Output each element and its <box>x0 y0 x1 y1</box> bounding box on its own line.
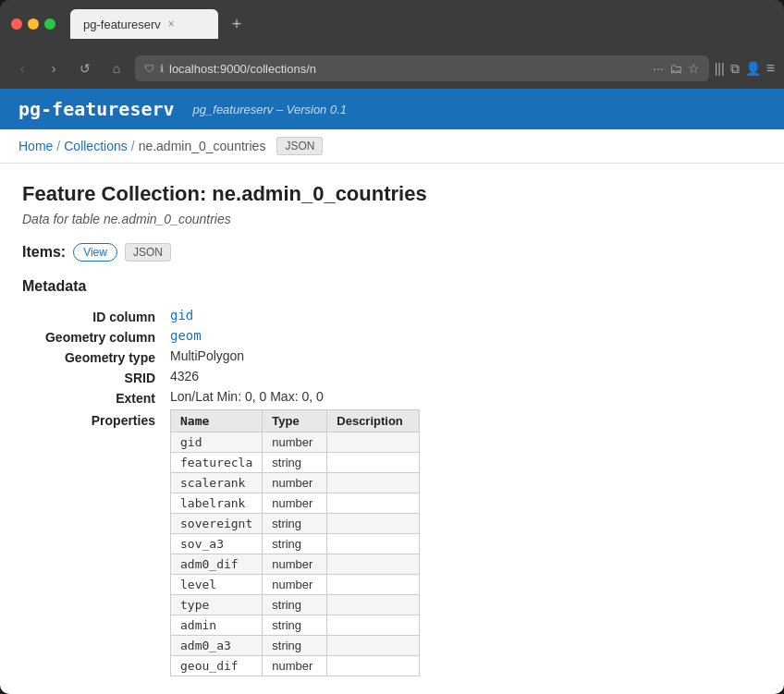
breadcrumb-sep2: / <box>131 139 135 153</box>
home-icon: ⌂ <box>113 61 120 76</box>
back-button[interactable]: ‹ <box>9 55 35 81</box>
forward-icon: › <box>52 61 56 76</box>
close-button[interactable] <box>11 18 22 30</box>
prop-name: sov_a3 <box>171 534 263 554</box>
items-json-badge[interactable]: JSON <box>125 243 171 262</box>
profile-icon[interactable]: 👤 <box>745 61 761 76</box>
page-title: Feature Collection: ne.admin_0_countries <box>22 182 762 206</box>
breadcrumb-sep1: / <box>56 139 60 153</box>
prop-desc <box>327 493 420 514</box>
nav-bar: ‹ › ↺ ⌂ 🛡 ℹ localhost:9000/collections/n… <box>0 48 784 89</box>
forward-button[interactable]: › <box>41 55 67 81</box>
table-header-row: Name Type Description <box>171 410 420 432</box>
prop-desc <box>327 656 420 676</box>
tab-close-icon[interactable]: × <box>168 18 175 30</box>
prop-type: number <box>263 432 327 453</box>
id-column-row: ID column gid <box>22 308 762 324</box>
menu-icon[interactable]: ≡ <box>766 60 775 77</box>
table-row: adm0_a3 string <box>171 636 420 656</box>
prop-type: string <box>263 595 327 615</box>
prop-name: featurecla <box>171 453 263 473</box>
prop-desc <box>327 636 420 656</box>
app-title: pg-featureserv <box>18 98 175 120</box>
breadcrumb: Home / Collections / ne.admin_0_countrie… <box>0 129 784 164</box>
geom-type-row: Geometry type MultiPolygon <box>22 348 762 365</box>
refresh-icon: ↺ <box>80 61 91 76</box>
address-text[interactable]: localhost:9000/collections/n <box>169 62 647 76</box>
prop-type: number <box>263 493 327 514</box>
prop-name: sovereignt <box>171 514 263 534</box>
bookmark-icon[interactable]: ☆ <box>688 61 700 76</box>
prop-type: string <box>263 453 327 473</box>
tab-switcher-icon[interactable]: ⧉ <box>730 61 740 77</box>
app-header: pg-featureserv pg_featureserv – Version … <box>0 89 784 129</box>
extent-row: Extent Lon/Lat Min: 0, 0 Max: 0, 0 <box>22 389 762 406</box>
prop-type: string <box>263 636 327 656</box>
properties-key: Properties <box>22 409 170 676</box>
breadcrumb-current: ne.admin_0_countries <box>139 139 266 153</box>
items-label: Items: <box>22 244 66 261</box>
geom-column-key: Geometry column <box>22 328 170 345</box>
prop-type: number <box>263 554 327 575</box>
minimize-button[interactable] <box>28 18 39 30</box>
refresh-button[interactable]: ↺ <box>72 55 98 81</box>
table-row: sovereignt string <box>171 514 420 534</box>
metadata-title: Metadata <box>22 278 762 295</box>
info-icon: ℹ <box>160 63 164 75</box>
col-header-name: Name <box>171 410 263 432</box>
geom-type-val: MultiPolygon <box>170 348 762 365</box>
home-button[interactable]: ⌂ <box>104 55 129 81</box>
col-header-desc: Description <box>327 410 420 432</box>
prop-type: string <box>263 534 327 554</box>
extent-val: Lon/Lat Min: 0, 0 Max: 0, 0 <box>170 389 762 406</box>
properties-row: Properties Name Type Description <box>22 409 762 676</box>
table-row: type string <box>171 595 420 615</box>
prop-name: adm0_dif <box>171 554 263 575</box>
extent-key: Extent <box>22 389 170 406</box>
pocket-icon[interactable]: 🗂 <box>669 61 682 76</box>
prop-name: labelrank <box>171 493 263 514</box>
srid-key: SRID <box>22 369 170 385</box>
breadcrumb-json-badge[interactable]: JSON <box>276 137 323 155</box>
breadcrumb-collections[interactable]: Collections <box>64 139 127 153</box>
breadcrumb-home[interactable]: Home <box>18 139 53 153</box>
geom-type-key: Geometry type <box>22 348 170 365</box>
prop-type: number <box>263 656 327 676</box>
view-button[interactable]: View <box>73 243 117 262</box>
metadata-table: ID column gid Geometry column geom Geome… <box>22 308 762 676</box>
table-row: level number <box>171 575 420 595</box>
geom-column-val: geom <box>170 328 762 345</box>
prop-type: string <box>263 514 327 534</box>
srid-val: 4326 <box>170 369 762 385</box>
maximize-button[interactable] <box>44 18 55 30</box>
table-row: labelrank number <box>171 493 420 514</box>
id-column-val: gid <box>170 308 762 324</box>
properties-table-container: Name Type Description gid number feature… <box>170 409 420 676</box>
prop-type: string <box>263 615 327 636</box>
prop-desc <box>327 575 420 595</box>
active-tab[interactable]: pg-featureserv × <box>70 9 218 39</box>
table-row: admin string <box>171 615 420 636</box>
address-bar[interactable]: 🛡 ℹ localhost:9000/collections/n ··· 🗂 ☆ <box>135 55 709 81</box>
id-column-key: ID column <box>22 308 170 324</box>
prop-name: type <box>171 595 263 615</box>
page-subtitle: Data for table ne.admin_0_countries <box>22 212 762 226</box>
prop-name: level <box>171 575 263 595</box>
more-icon[interactable]: ··· <box>653 61 664 76</box>
prop-name: geou_dif <box>171 656 263 676</box>
tab-bar: pg-featureserv × + <box>70 9 773 39</box>
bookmarks-icon[interactable]: ||| <box>715 61 725 76</box>
prop-name: adm0_a3 <box>171 636 263 656</box>
back-icon: ‹ <box>20 61 25 76</box>
properties-table: Name Type Description gid number feature… <box>170 409 420 676</box>
prop-desc <box>327 432 420 453</box>
table-row: geou_dif number <box>171 656 420 676</box>
prop-name: gid <box>171 432 263 453</box>
prop-type: number <box>263 575 327 595</box>
col-header-type: Type <box>263 410 327 432</box>
new-tab-button[interactable]: + <box>226 13 248 35</box>
prop-desc <box>327 615 420 636</box>
geom-column-row: Geometry column geom <box>22 328 762 345</box>
items-row: Items: View JSON <box>22 243 762 262</box>
page-content: pg-featureserv pg_featureserv – Version … <box>0 89 784 694</box>
